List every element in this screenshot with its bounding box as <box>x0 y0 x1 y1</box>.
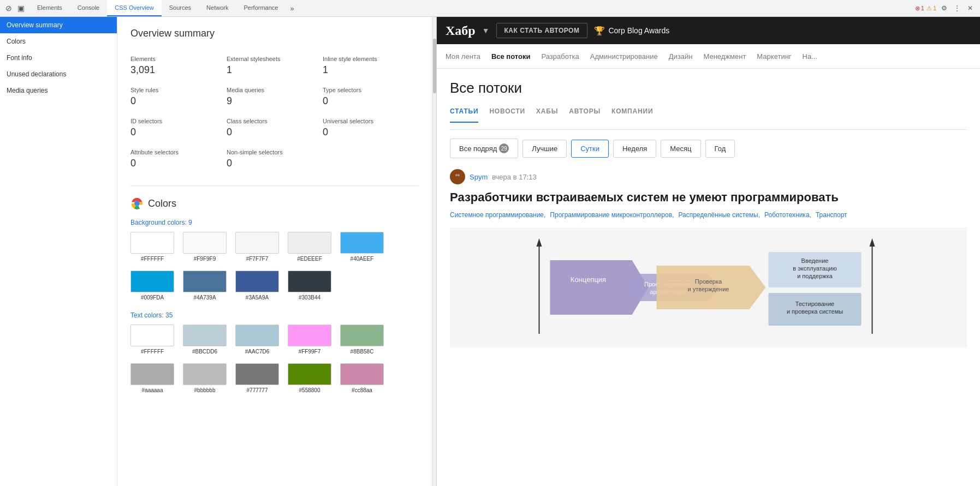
color-swatch-item[interactable]: #009FDA <box>130 271 174 301</box>
nav-all-streams[interactable]: Все потоки <box>491 52 531 61</box>
tab-authors[interactable]: АВТОРЫ <box>569 107 601 123</box>
color-swatch-item[interactable]: #BBCDD6 <box>183 325 227 355</box>
article-tag-3[interactable]: Робототехника, <box>764 211 811 219</box>
color-swatch-item[interactable]: #FFFFFF <box>130 232 174 262</box>
tab-sources[interactable]: Sources <box>162 0 199 16</box>
nav-more[interactable]: На... <box>803 52 817 61</box>
color-swatch <box>235 363 279 385</box>
stat-inline-style-label: Inline style elements <box>323 56 419 62</box>
stats-grid: Elements 3,091 External stylesheets 1 In… <box>130 50 419 175</box>
habr-logo-dropdown-icon[interactable]: ▼ <box>482 26 490 35</box>
nav-design[interactable]: Дизайн <box>669 52 693 61</box>
color-swatch-item[interactable]: #FFFFFF <box>130 325 174 355</box>
article-author[interactable]: Spym <box>470 173 488 181</box>
color-swatch-item[interactable]: #F7F7F7 <box>235 232 279 262</box>
more-options-button[interactable]: ⋮ <box>952 3 963 14</box>
stat-media-queries-value: 9 <box>227 95 323 107</box>
svg-point-0 <box>134 201 140 206</box>
color-swatch-item[interactable]: #EDEEEF <box>288 232 331 262</box>
habr-award-label: Corp Blog Awards <box>608 26 669 35</box>
tab-companies[interactable]: КОМПАНИИ <box>611 107 653 123</box>
tab-news[interactable]: НОВОСТИ <box>489 107 525 123</box>
tab-articles[interactable]: СТАТЬИ <box>450 107 478 123</box>
inspect-icon[interactable]: ▣ <box>16 4 25 13</box>
more-tabs-button[interactable]: » <box>286 0 298 16</box>
sidebar-item-colors[interactable]: Colors <box>0 33 117 50</box>
color-swatch-item[interactable]: #aaaaaa <box>130 363 174 393</box>
color-swatch-item[interactable]: #8BB58C <box>340 325 384 355</box>
overview-title: Overview summary <box>130 28 419 39</box>
habr-page-title: Все потоки <box>450 80 967 97</box>
nav-my-feed[interactable]: Моя лента <box>446 52 480 61</box>
nav-management[interactable]: Менеджмент <box>703 52 746 61</box>
color-swatch <box>340 325 384 346</box>
devtools-scrollbar-thumb[interactable] <box>433 39 436 93</box>
article-title[interactable]: Разработчики встраиваемых систем не умею… <box>450 190 967 206</box>
sidebar-item-overview-summary[interactable]: Overview summary <box>0 17 117 33</box>
color-label: #EDEEEF <box>297 256 322 262</box>
close-button[interactable]: ✕ <box>965 3 976 14</box>
color-swatch-item[interactable]: #AAC7D6 <box>235 325 279 355</box>
filter-all-label: Все подряд <box>459 145 497 153</box>
article-tag-1[interactable]: Программирование микроконтроллеров, <box>550 211 674 219</box>
color-swatch-item[interactable]: #558800 <box>288 363 331 393</box>
color-label: #cc88aa <box>352 387 372 393</box>
filter-all-badge: 29 <box>499 143 509 153</box>
stat-attribute-selectors-label: Attribute selectors <box>130 149 227 155</box>
color-swatch-item[interactable]: #cc88aa <box>340 363 384 393</box>
article-time: вчера в 17:13 <box>492 173 536 181</box>
article-tag-4[interactable]: Транспорт <box>816 211 847 219</box>
habr-logo[interactable]: Хабр <box>446 23 476 38</box>
sidebar-item-unused-declarations[interactable]: Unused declarations <box>0 66 117 82</box>
tab-hubs[interactable]: ХАБЫ <box>536 107 558 123</box>
filter-week-button[interactable]: Неделя <box>613 140 656 158</box>
color-label: #bbbbbb <box>194 387 216 393</box>
nav-administration[interactable]: Администрирование <box>590 52 658 61</box>
sidebar-item-font-info[interactable]: Font info <box>0 50 117 66</box>
nav-marketing[interactable]: Маркетинг <box>757 52 791 61</box>
filter-day-button[interactable]: Сутки <box>571 140 609 158</box>
color-label: #FFFFFF <box>141 349 164 355</box>
tab-performance[interactable]: Performance <box>236 0 286 16</box>
color-label: #40AEEF <box>351 256 374 262</box>
article-tag-2[interactable]: Распределённые системы, <box>678 211 760 219</box>
warn-count: 1 <box>933 5 936 11</box>
color-label: #F9F9F9 <box>194 256 216 262</box>
svg-text:и проверка системы: и проверка системы <box>787 308 843 315</box>
tab-elements[interactable]: Elements <box>29 0 70 16</box>
become-author-button[interactable]: КАК СТАТЬ АВТОРОМ <box>496 23 588 38</box>
color-swatch-item[interactable]: #F9F9F9 <box>183 232 227 262</box>
color-swatch-item[interactable]: #FF99F7 <box>288 325 331 355</box>
nav-development[interactable]: Разработка <box>541 52 579 61</box>
filter-month-button[interactable]: Месяц <box>661 140 700 158</box>
svg-text:в эксплуатацию: в эксплуатацию <box>793 265 836 272</box>
tab-css-overview[interactable]: CSS Overview <box>107 0 162 16</box>
cursor-icon[interactable]: ⊘ <box>4 4 13 13</box>
warn-triangle-icon: ⚠ <box>926 5 932 12</box>
color-swatch <box>235 271 279 292</box>
color-swatch-item[interactable]: #4A739A <box>183 271 227 301</box>
stat-id-selectors-value: 0 <box>130 127 227 138</box>
main-area: Overview summary Colors Font info Unused… <box>0 17 980 486</box>
color-swatch-item[interactable]: #40AEEF <box>340 232 384 262</box>
tab-console[interactable]: Console <box>70 0 107 16</box>
color-swatch <box>130 363 174 385</box>
color-swatch-item[interactable]: #3A5A9A <box>235 271 279 301</box>
color-swatch <box>340 363 384 385</box>
warn-badge: ⚠ 1 <box>926 5 936 12</box>
text-colors-swatches: #FFFFFF #BBCDD6 #AAC7D6 #FF99F7 #8BB58C <box>130 325 419 355</box>
color-swatch-item[interactable]: #777777 <box>235 363 279 393</box>
color-swatch <box>340 232 384 254</box>
devtools-icons: ⊘ ▣ <box>0 4 29 13</box>
filter-all-button[interactable]: Все подряд 29 <box>450 139 518 158</box>
article-tag-0[interactable]: Системное программирование, <box>450 211 545 219</box>
filter-year-button[interactable]: Год <box>705 140 735 158</box>
devtools-scrollbar[interactable] <box>432 17 436 486</box>
color-swatch-item[interactable]: #303B44 <box>288 271 331 301</box>
stat-style-rules-value: 0 <box>130 95 227 107</box>
filter-best-button[interactable]: Лучшие <box>522 140 567 158</box>
color-swatch-item[interactable]: #bbbbbb <box>183 363 227 393</box>
tab-network[interactable]: Network <box>199 0 236 16</box>
sidebar-item-media-queries[interactable]: Media queries <box>0 82 117 99</box>
settings-button[interactable]: ⚙ <box>939 3 949 14</box>
